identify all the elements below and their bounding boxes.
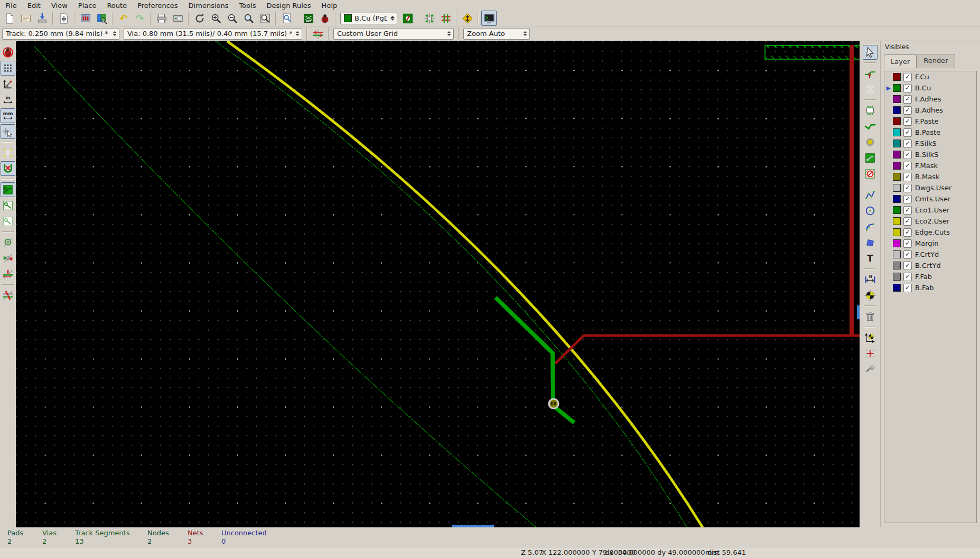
add-zone-icon[interactable]: [863, 151, 878, 165]
layer-color-swatch[interactable]: [893, 173, 901, 181]
zones-unfilled-icon[interactable]: [1, 214, 15, 229]
layer-row-eco1-user[interactable]: ✓Eco1.User: [884, 204, 976, 216]
high-contrast-icon[interactable]: [1, 288, 15, 303]
microvia-toggle-icon[interactable]: [400, 11, 415, 26]
add-target-icon[interactable]: [863, 288, 878, 303]
tab-layer[interactable]: Layer: [884, 54, 917, 68]
layer-color-swatch[interactable]: [893, 195, 901, 203]
layer-visibility-checkbox[interactable]: ✓: [903, 151, 912, 159]
layer-row-b-silks[interactable]: ✓B.SilkS: [884, 149, 976, 160]
layer-row-f-silks[interactable]: ✓F.SilkS: [884, 138, 976, 149]
undo-icon[interactable]: ↶: [116, 11, 131, 26]
footprint-mode-icon[interactable]: [422, 11, 437, 26]
menu-edit[interactable]: Edit: [22, 1, 46, 11]
ratsnest-general-icon[interactable]: [1, 145, 15, 160]
layer-color-swatch[interactable]: [893, 84, 901, 92]
layer-row-b-adhes[interactable]: ✓B.Adhes: [884, 105, 976, 116]
add-text-icon[interactable]: T: [863, 251, 878, 266]
layer-visibility-checkbox[interactable]: ✓: [903, 239, 912, 248]
layer-visibility-checkbox[interactable]: ✓: [903, 95, 912, 104]
layer-visibility-checkbox[interactable]: ✓: [903, 73, 912, 81]
layer-visibility-checkbox[interactable]: ✓: [903, 117, 912, 126]
vias-sketch-icon[interactable]: [1, 235, 15, 250]
layer-visibility-checkbox[interactable]: ✓: [903, 250, 912, 259]
menu-tools[interactable]: Tools: [234, 1, 261, 11]
layer-row-b-crtyd[interactable]: ✓B.CrtYd: [884, 260, 976, 271]
spinner-arrows-icon[interactable]: [113, 31, 117, 36]
graphic-polygon-icon[interactable]: [863, 235, 878, 250]
library-browser-icon[interactable]: [94, 11, 109, 26]
layer-row-b-fab[interactable]: ✓B.Fab: [884, 282, 976, 293]
layer-row-b-paste[interactable]: ✓B.Paste: [884, 127, 976, 138]
zoom-fit-icon[interactable]: [241, 11, 256, 26]
add-footprint-icon[interactable]: [863, 103, 878, 118]
graphic-line-icon[interactable]: [863, 188, 878, 202]
measure-tool-icon[interactable]: [863, 362, 878, 377]
layer-row-margin[interactable]: ✓Margin: [884, 238, 976, 249]
layer-visibility-checkbox[interactable]: ✓: [903, 140, 912, 148]
bcu-track-stub[interactable]: [556, 408, 574, 423]
graphic-arc-icon[interactable]: [863, 219, 878, 234]
layer-color-swatch[interactable]: [893, 228, 901, 236]
redo-icon[interactable]: ↷: [132, 11, 147, 26]
page-settings-icon[interactable]: [56, 11, 71, 26]
pcb-canvas[interactable]: [16, 41, 860, 527]
auto-track-width-icon[interactable]: [310, 26, 325, 41]
cursor-shape-icon[interactable]: [1, 124, 15, 139]
layer-visibility-checkbox[interactable]: ✓: [903, 217, 912, 226]
layer-row-edge-cuts[interactable]: ✓Edge.Cuts: [884, 227, 976, 238]
add-dimension-icon[interactable]: N: [863, 272, 878, 287]
menu-route[interactable]: Route: [101, 1, 132, 11]
via-size-selector[interactable]: Via: 0.80 mm (31.5 mils)/ 0.40 mm (15.7 …: [124, 28, 302, 40]
layer-visibility-checkbox[interactable]: ✓: [903, 84, 912, 92]
layer-color-swatch[interactable]: [893, 184, 901, 192]
grid-visibility-icon[interactable]: [1, 61, 15, 76]
tracks-sketch-icon[interactable]: [1, 267, 15, 282]
spinner-arrows-icon[interactable]: [390, 16, 395, 21]
add-keepout-icon[interactable]: [863, 166, 878, 181]
layer-row-f-crtyd[interactable]: ✓F.CrtYd: [884, 249, 976, 260]
layer-row-dwgs-user[interactable]: ✓Dwgs.User: [884, 182, 976, 193]
layer-visibility-checkbox[interactable]: ✓: [903, 162, 912, 170]
via[interactable]: [549, 399, 558, 408]
layer-color-swatch[interactable]: [893, 95, 901, 103]
local-ratsnest-icon[interactable]: [863, 82, 878, 97]
layer-color-swatch[interactable]: [893, 239, 901, 247]
layer-row-f-adhes[interactable]: ✓F.Adhes: [884, 94, 976, 105]
layer-visibility-checkbox[interactable]: ✓: [903, 195, 912, 203]
edge-cuts-outline[interactable]: [227, 41, 703, 527]
redraw-view-icon[interactable]: [192, 11, 207, 26]
units-inch-icon[interactable]: in: [1, 92, 15, 107]
open-board-icon[interactable]: [18, 11, 33, 26]
add-via-icon[interactable]: [863, 135, 878, 150]
drc-off-icon[interactable]: [1, 45, 15, 60]
spinner-arrows-icon[interactable]: [295, 31, 300, 36]
layer-row-f-mask[interactable]: ✓F.Mask: [884, 160, 976, 171]
menu-help[interactable]: Help: [316, 1, 343, 11]
module-ratsnest-icon[interactable]: [1, 161, 15, 176]
layer-color-swatch[interactable]: [893, 140, 901, 147]
eco-outline-1[interactable]: [34, 46, 536, 527]
layer-visibility-checkbox[interactable]: ✓: [903, 184, 912, 192]
layer-row-b-mask[interactable]: ✓B.Mask: [884, 171, 976, 182]
add-track-icon[interactable]: [863, 119, 878, 134]
layer-color-swatch[interactable]: [893, 284, 901, 292]
grid-origin-icon[interactable]: [863, 346, 878, 361]
layer-row-f-cu[interactable]: ✓F.Cu: [884, 71, 976, 82]
delete-items-icon[interactable]: [863, 309, 878, 324]
menu-dimensions[interactable]: Dimensions: [183, 1, 234, 11]
highlight-net-icon[interactable]: [863, 66, 878, 81]
menu-design-rules[interactable]: Design Rules: [262, 1, 316, 11]
menu-place[interactable]: Place: [73, 1, 102, 11]
layer-visibility-checkbox[interactable]: ✓: [903, 206, 912, 215]
autorouter-mode-icon[interactable]: [460, 11, 475, 26]
pads-sketch-icon[interactable]: [1, 251, 15, 266]
zoom-in-icon[interactable]: [208, 11, 223, 26]
plot-icon[interactable]: [170, 11, 185, 26]
layer-color-swatch[interactable]: [893, 151, 901, 159]
new-board-icon[interactable]: [2, 11, 17, 26]
layer-visibility-checkbox[interactable]: ✓: [903, 128, 912, 137]
grid-selector[interactable]: Custom User Grid: [333, 28, 454, 40]
layer-color-swatch[interactable]: [893, 262, 901, 269]
zones-filled-icon[interactable]: [1, 182, 15, 197]
